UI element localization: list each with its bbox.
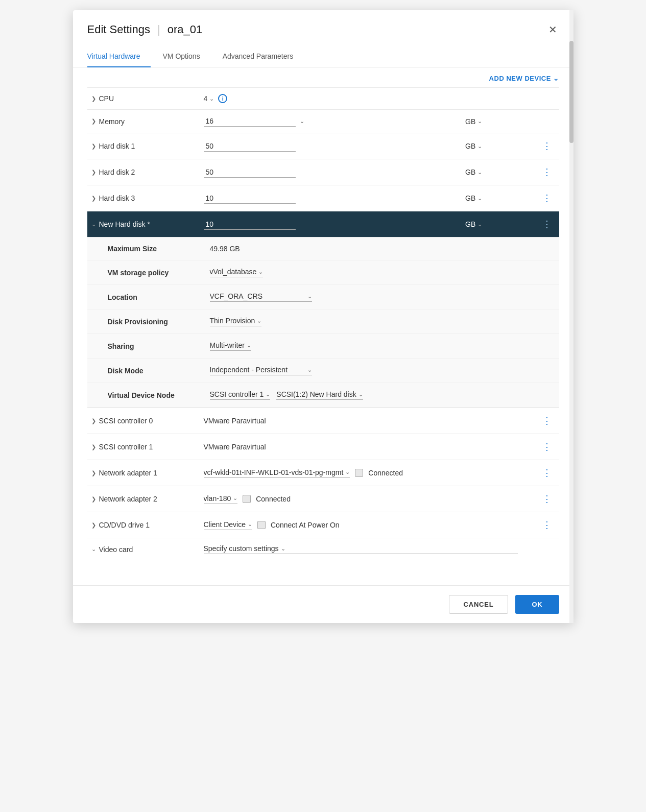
hardware-table: ❯ CPU 4 ⌄ i bbox=[87, 87, 559, 560]
chevron-down-icon: ⌄ bbox=[477, 195, 482, 202]
cd-dvd-connect-checkbox[interactable] bbox=[257, 521, 266, 529]
video-card-label: ⌄ Video card bbox=[91, 545, 196, 554]
cpu-value-group: 4 ⌄ i bbox=[204, 94, 458, 103]
close-button[interactable]: ✕ bbox=[546, 21, 559, 38]
memory-value-group: ⌄ bbox=[204, 116, 458, 127]
vdn-controller-value: SCSI controller 1 bbox=[210, 390, 264, 398]
chevron-down-icon: ⌄ bbox=[91, 221, 96, 228]
vdn-label: Virtual Device Node bbox=[108, 391, 210, 399]
scsi-1-menu-button[interactable]: ⋮ bbox=[539, 440, 555, 453]
memory-unit-value: GB bbox=[465, 117, 475, 126]
hard-disk-1-unit-dropdown[interactable]: GB ⌄ bbox=[465, 142, 517, 150]
cd-dvd-type-value: Client Device bbox=[204, 520, 246, 529]
vdn-detail: Virtual Device Node SCSI controller 1 ⌄ … bbox=[87, 383, 559, 408]
storage-policy-dropdown[interactable]: vVol_database ⌄ bbox=[210, 268, 264, 277]
cpu-label-text: CPU bbox=[99, 94, 114, 103]
vdn-disk-dropdown[interactable]: SCSI(1:2) New Hard disk ⌄ bbox=[276, 390, 363, 400]
chevron-down-icon: ⌄ bbox=[358, 391, 363, 398]
chevron-down-icon: ⌄ bbox=[553, 75, 559, 82]
hard-disk-2-unit-dropdown[interactable]: GB ⌄ bbox=[465, 168, 517, 176]
new-hard-disk-label: ⌄ New Hard disk * bbox=[91, 220, 196, 228]
network-adapter-1-connected-checkbox[interactable] bbox=[355, 469, 363, 477]
max-size-label: Maximum Size bbox=[108, 245, 210, 253]
hard-disk-3-menu-button[interactable]: ⋮ bbox=[539, 192, 555, 205]
disk-provisioning-dropdown[interactable]: Thin Provision ⌄ bbox=[210, 317, 262, 326]
hard-disk-2-input[interactable] bbox=[204, 167, 296, 178]
network-adapter-1-menu-button[interactable]: ⋮ bbox=[539, 466, 555, 480]
cd-dvd-type-dropdown[interactable]: Client Device ⌄ bbox=[204, 520, 252, 530]
network-adapter-1-label-text: Network adapter 1 bbox=[99, 469, 157, 477]
close-icon: ✕ bbox=[548, 23, 557, 36]
tab-virtual-hardware[interactable]: Virtual Hardware bbox=[87, 46, 151, 67]
hard-disk-2-label-text: Hard disk 2 bbox=[99, 168, 135, 176]
hard-disk-1-row: ❯ Hard disk 1 GB ⌄ ⋮ bbox=[87, 133, 559, 159]
chevron-right-icon: ❯ bbox=[91, 496, 96, 503]
sharing-dropdown[interactable]: Multi-writer ⌄ bbox=[210, 341, 251, 351]
network-adapter-2-connected-checkbox[interactable] bbox=[243, 495, 251, 503]
hard-disk-3-label-text: Hard disk 3 bbox=[99, 194, 135, 202]
hard-disk-2-row: ❯ Hard disk 2 GB ⌄ ⋮ bbox=[87, 159, 559, 185]
scsi-0-menu-button[interactable]: ⋮ bbox=[539, 414, 555, 427]
memory-row: ❯ Memory ⌄ GB ⌄ bbox=[87, 110, 559, 133]
hard-disk-2-menu-button[interactable]: ⋮ bbox=[539, 165, 555, 179]
location-label: Location bbox=[108, 293, 210, 301]
chevron-down-icon: ⌄ bbox=[209, 95, 214, 102]
network-adapter-2-network-dropdown[interactable]: vlan-180 ⌄ bbox=[204, 494, 238, 504]
ok-button[interactable]: OK bbox=[515, 595, 559, 614]
vdn-value-group: SCSI controller 1 ⌄ SCSI(1:2) New Hard d… bbox=[210, 390, 363, 400]
network-adapter-1-label: ❯ Network adapter 1 bbox=[91, 469, 196, 477]
chevron-down-icon: ⌄ bbox=[247, 342, 251, 349]
location-value: VCF_ORA_CRS bbox=[210, 292, 262, 300]
scsi-0-label-text: SCSI controller 0 bbox=[99, 417, 153, 425]
new-hard-disk-input[interactable] bbox=[204, 219, 296, 230]
video-card-label-text: Video card bbox=[99, 545, 133, 554]
cd-dvd-menu-button[interactable]: ⋮ bbox=[539, 518, 555, 532]
video-card-settings-dropdown[interactable]: Specify custom settings ⌄ bbox=[204, 544, 518, 554]
info-icon[interactable]: i bbox=[218, 94, 227, 103]
memory-unit-dropdown[interactable]: GB ⌄ bbox=[465, 117, 517, 126]
hard-disk-3-row: ❯ Hard disk 3 GB ⌄ ⋮ bbox=[87, 185, 559, 211]
video-card-settings-value: Specify custom settings bbox=[204, 544, 279, 553]
chevron-right-icon: ❯ bbox=[91, 522, 96, 529]
chevron-down-icon: ⌄ bbox=[307, 293, 312, 300]
hard-disk-1-menu-button[interactable]: ⋮ bbox=[539, 139, 555, 153]
chevron-right-icon: ❯ bbox=[91, 195, 96, 202]
hard-disk-1-label: ❯ Hard disk 1 bbox=[91, 142, 196, 150]
chevron-down-icon: ⌄ bbox=[477, 118, 482, 125]
network-adapter-1-network-dropdown[interactable]: vcf-wkld-01t-INF-WKLD-01-vds-01-pg-mgmt … bbox=[204, 468, 350, 478]
disk-provisioning-value: Thin Provision bbox=[210, 317, 255, 325]
network-adapter-1-network-value: vcf-wkld-01t-INF-WKLD-01-vds-01-pg-mgmt bbox=[204, 468, 344, 476]
hard-disk-3-input[interactable] bbox=[204, 193, 296, 204]
location-dropdown[interactable]: VCF_ORA_CRS ⌄ bbox=[210, 292, 312, 302]
scsi-0-row: ❯ SCSI controller 0 VMware Paravirtual ⋮ bbox=[87, 408, 559, 434]
tab-vm-options[interactable]: VM Options bbox=[163, 46, 210, 67]
chevron-down-icon: ⌄ bbox=[477, 169, 482, 176]
chevron-right-icon: ❯ bbox=[91, 418, 96, 424]
network-adapter-2-value-group: vlan-180 ⌄ Connected bbox=[204, 494, 518, 504]
scrollbar-thumb[interactable] bbox=[569, 41, 573, 143]
network-adapter-2-label-text: Network adapter 2 bbox=[99, 495, 157, 503]
chevron-down-icon: ⌄ bbox=[477, 143, 482, 150]
hard-disk-3-unit-dropdown[interactable]: GB ⌄ bbox=[465, 194, 517, 202]
scsi-1-row: ❯ SCSI controller 1 VMware Paravirtual ⋮ bbox=[87, 434, 559, 460]
sharing-detail: Sharing Multi-writer ⌄ bbox=[87, 334, 559, 359]
cancel-button[interactable]: CANCEL bbox=[449, 595, 509, 614]
scrollbar-track[interactable] bbox=[569, 10, 573, 623]
hard-disk-2-unit: GB bbox=[465, 168, 475, 176]
new-hard-disk-unit-dropdown[interactable]: GB ⌄ bbox=[465, 220, 517, 228]
network-adapter-2-menu-button[interactable]: ⋮ bbox=[539, 492, 555, 506]
scsi-1-label-text: SCSI controller 1 bbox=[99, 443, 153, 451]
new-hard-disk-menu-button[interactable]: ⋮ bbox=[539, 218, 555, 231]
disk-mode-dropdown[interactable]: Independent - Persistent ⌄ bbox=[210, 366, 312, 375]
network-adapter-1-value-group: vcf-wkld-01t-INF-WKLD-01-vds-01-pg-mgmt … bbox=[204, 468, 518, 478]
cpu-count-dropdown[interactable]: 4 ⌄ bbox=[204, 94, 214, 103]
add-new-device-button[interactable]: ADD NEW DEVICE ⌄ bbox=[489, 75, 559, 82]
max-size-detail: Maximum Size 49.98 GB bbox=[87, 237, 559, 260]
hard-disk-1-input[interactable] bbox=[204, 141, 296, 152]
memory-input[interactable] bbox=[204, 116, 296, 127]
vdn-controller-dropdown[interactable]: SCSI controller 1 ⌄ bbox=[210, 390, 271, 400]
tab-advanced-parameters[interactable]: Advanced Parameters bbox=[223, 46, 304, 67]
scsi-1-value: VMware Paravirtual bbox=[204, 443, 266, 451]
chevron-down-icon: ⌄ bbox=[233, 495, 237, 501]
cd-dvd-value-group: Client Device ⌄ Connect At Power On bbox=[204, 520, 518, 530]
